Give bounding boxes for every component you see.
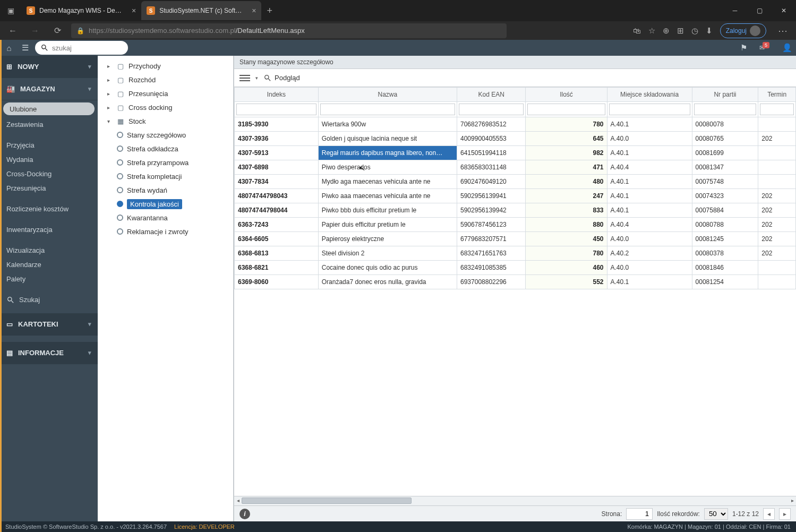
table-row[interactable]: 4307-7834Mydło aga maecenas vehicula ant… [235,175,796,189]
prev-page-button[interactable]: ◂ [763,508,775,520]
filter-input[interactable] [609,104,690,115]
tree-rozchod[interactable]: ▸▢Rozchód [98,73,233,87]
filter-input[interactable] [320,104,455,115]
table-row[interactable]: 6363-7243Papier duis efficitur pretium l… [235,218,796,232]
tree-przesuniecia[interactable]: ▸▢Przesunięcia [98,87,233,100]
tree-stock-item[interactable]: Strefa wydań [98,183,233,197]
hamburger-icon[interactable] [239,75,250,81]
new-tab-button[interactable]: + [261,5,278,16]
user-icon[interactable]: 👤 [781,43,793,53]
tab-overview-icon[interactable]: ▣ [0,6,21,15]
next-page-button[interactable]: ▸ [779,508,791,520]
table-row[interactable]: 48074744798044Piwko bbb duis efficitur p… [235,203,796,218]
mail-icon[interactable]: ✉5 [759,44,772,52]
close-tab-icon[interactable]: × [132,6,136,15]
table-row[interactable]: 6364-6605Papierosy elektryczne6779683207… [235,232,796,246]
sidebar-section-nowy[interactable]: ⊞ NOWY ▾ [0,56,98,78]
tree-stock-item[interactable]: Kwarantanna [98,211,233,225]
tree-stock-item[interactable]: Strefa przyrampowa [98,156,233,169]
table-row[interactable]: 4307-5913Regał mauris dapibus magna libe… [235,146,796,160]
browser-tab-1[interactable]: S Demo Magazyn WMS - Demo o… × [21,1,141,20]
search-input[interactable] [52,44,116,52]
cell-ean: 5902956139941 [457,189,526,203]
sidebar-item-przyjecia[interactable]: Przyjęcia [0,138,98,152]
tree-stock-item[interactable]: Strefa kompletacji [98,169,233,183]
extensions-icon[interactable]: ⊞ [677,26,684,36]
table-row[interactable]: 48074744798043Piwko aaa maecenas vehicul… [235,189,796,203]
col-header[interactable]: Nr partii [692,88,758,102]
sidebar-section-informacje[interactable]: ▤ INFORMACJE ▾ [0,342,98,364]
col-header[interactable]: Termin [758,88,796,102]
expand-icon[interactable]: ▸ [107,105,113,110]
table-row[interactable]: 6368-6813Steel division 2683247165176378… [235,246,796,261]
more-icon[interactable]: ⋯ [774,25,792,37]
sidebar-item-kalendarze[interactable]: Kalendarze [0,258,98,272]
sidebar-item-inwentaryzacja[interactable]: Inwentaryzacja [0,222,98,237]
col-header[interactable]: Kod EAN [457,88,526,102]
tree-crossdocking[interactable]: ▸▢Cross docking [98,100,233,114]
tree-stock-item[interactable]: Stany szczegółowo [98,128,233,142]
page-input[interactable] [626,508,653,520]
table-row[interactable]: 6369-8060Oranżada7 donec eros nulla, gra… [235,275,796,289]
records-select[interactable]: 50 [704,508,728,520]
performance-icon[interactable]: ◷ [691,26,698,36]
table-row[interactable]: 3185-3930Wiertarka 900w7068276983512780A… [235,117,796,132]
filter-input[interactable] [236,104,316,115]
sidebar-item-crossdocking[interactable]: Cross-Docking [0,167,98,181]
expand-icon[interactable]: ▸ [107,63,113,69]
expand-icon[interactable]: ▸ [107,77,113,83]
dropdown-icon[interactable]: ▾ [255,75,258,81]
sidebar-item-palety[interactable]: Palety [0,272,98,286]
sidebar-item-szukaj[interactable]: Szukaj [0,293,98,307]
expand-icon[interactable]: ▸ [107,91,113,97]
downloads-icon[interactable]: ⬇ [706,26,713,36]
info-icon[interactable]: i [239,509,250,519]
tree-stock[interactable]: ▾▦Stock [98,114,233,128]
tree-przychody[interactable]: ▸▢Przychody [98,59,233,73]
sidebar-section-magazyn[interactable]: 🏭 MAGAZYN ▾ [0,78,98,100]
filter-input[interactable] [459,104,524,115]
sidebar-section-kartoteki[interactable]: ▭ KARTOTEKI ▾ [0,313,98,336]
col-header[interactable]: Ilość [526,88,607,102]
flag-icon[interactable]: ⚑ [738,43,750,53]
sidebar-item-rozliczenie[interactable]: Rozliczenie kosztów [0,202,98,216]
back-button[interactable]: ← [4,26,21,36]
tree-stock-item[interactable]: Strefa odkładcza [98,142,233,156]
close-window-button[interactable]: ✕ [772,0,796,21]
home-icon[interactable]: ⌂ [3,44,15,53]
tree-stock-item[interactable]: Reklamacje i zwroty [98,225,233,238]
col-header[interactable]: Nazwa [318,88,457,102]
sidebar-item-ulubione[interactable]: Ulubione [3,102,95,115]
filter-input[interactable] [527,104,605,115]
scroll-thumb[interactable] [242,497,412,504]
collections-icon[interactable]: ⊕ [663,26,670,36]
login-button[interactable]: Zaloguj [720,23,766,38]
sidebar-item-wydania[interactable]: Wydania [0,152,98,167]
filter-input[interactable] [760,104,794,115]
table-row[interactable]: 4307-3936Golden j quisque lacinia neque … [235,132,796,146]
col-header[interactable]: Miejsce składowania [607,88,692,102]
shopping-icon[interactable]: 🛍 [633,26,641,35]
preview-button[interactable]: Podgląd [263,74,300,82]
table-row[interactable]: 4307-6898Piwo desperados6836583031148471… [235,160,796,175]
address-bar[interactable]: 🔒 https://studiosystemdemo.softwarestudi… [71,23,507,38]
col-header[interactable]: Indeks [235,88,319,102]
table-row[interactable]: 6368-6821Cocaine donec quis odio ac puru… [235,261,796,275]
tree-stock-kontrola[interactable]: Kontrola jakości [98,197,233,211]
global-search[interactable] [35,41,128,55]
scroll-right-icon[interactable]: ▸ [789,497,796,504]
sidebar-item-przesuniecia[interactable]: Przesunięcia [0,181,98,195]
browser-tab-2[interactable]: S StudioSystem.NET (c) SoftwareSt… × [141,1,261,20]
filter-input[interactable] [694,104,757,115]
maximize-button[interactable]: ▢ [747,0,772,21]
close-tab-icon[interactable]: × [252,6,256,15]
refresh-button[interactable]: ⟳ [49,25,66,36]
sidebar-item-wizualizacja[interactable]: Wizualizacja [0,243,98,258]
menu-toggle-icon[interactable]: ☰ [19,43,31,53]
collapse-icon[interactable]: ▾ [107,118,113,124]
scroll-left-icon[interactable]: ◂ [234,497,242,504]
horizontal-scrollbar[interactable]: ◂ ▸ [234,496,796,505]
minimize-button[interactable]: ─ [723,0,747,21]
sidebar-item-zestawienia[interactable]: Zestawienia [0,117,98,132]
favorite-icon[interactable]: ☆ [648,26,655,36]
